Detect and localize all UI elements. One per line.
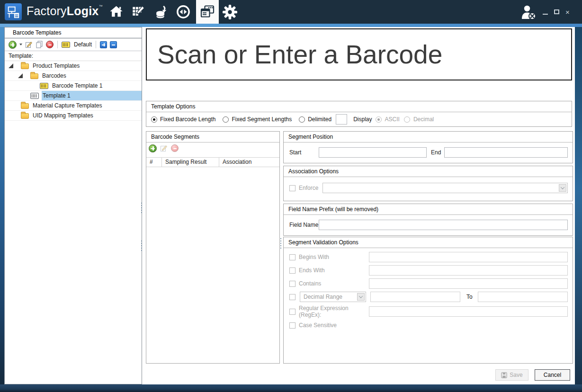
fixed-barcode-length-radio[interactable] [151, 116, 157, 123]
sidebar-splitter-grip[interactable] [141, 203, 142, 213]
window-border-right [575, 27, 582, 384]
window-controls: × [543, 0, 570, 24]
end-input[interactable] [444, 147, 568, 158]
ends-with-input [369, 265, 568, 276]
segment-validation-panel: Segment Validation Options Begins With E… [283, 237, 573, 364]
nav-materials-button[interactable] [150, 0, 172, 24]
tree-item-template-1[interactable]: Template 1 [5, 91, 142, 101]
tree-item-label: Barcodes [41, 71, 142, 80]
start-input[interactable] [319, 147, 427, 158]
combobox-value: Decimal Range [300, 292, 366, 302]
expander-icon[interactable] [16, 73, 30, 78]
sidebar-splitter-grip[interactable] [141, 241, 142, 251]
combobox-dropdown-button [559, 184, 566, 192]
column-header[interactable]: Association [219, 158, 279, 167]
tree-item-label: UID Mapping Templates [32, 111, 142, 120]
nav-npi-button[interactable] [127, 0, 150, 24]
close-button[interactable]: × [565, 9, 570, 16]
ends-with-label: Ends With [299, 267, 369, 274]
radio-label: Fixed Barcode Length [160, 116, 215, 123]
nav-home-button[interactable] [105, 0, 127, 24]
add-segment-button[interactable] [149, 144, 157, 152]
end-label: End [431, 149, 441, 156]
desk-workstation-icon [6, 5, 20, 19]
barcode-templates-sidebar: Barcode Templates Default Template: Prod… [4, 27, 142, 384]
begins-with-input [369, 252, 568, 262]
tree-item-material-capture-templates[interactable]: Material Capture Templates [5, 101, 142, 111]
panel-title: Field Name Prefix (will be removed) [284, 204, 573, 215]
start-label: Start [289, 149, 319, 156]
cancel-button[interactable]: Cancel [535, 369, 570, 381]
home-icon [109, 5, 124, 19]
delimiter-input[interactable] [336, 114, 347, 125]
edit-segment-button [160, 144, 168, 152]
brand-logix: Logix [67, 4, 99, 18]
tree-header: Template: [5, 51, 142, 61]
sidebar-toolbar: Default [5, 38, 142, 51]
remove-segment-button [171, 144, 179, 152]
segments-table-header: # Sampling Result Association [146, 157, 279, 167]
enforce-label: Enforce [299, 185, 318, 191]
npi-grid-pencil-icon [131, 5, 146, 19]
column-header[interactable]: Sampling Result [162, 158, 219, 167]
tree-item-product-templates[interactable]: Product Templates [5, 61, 142, 71]
expander-icon[interactable] [7, 63, 21, 68]
enforce-checkbox [289, 185, 295, 191]
barcode-icon [40, 83, 48, 89]
window-border-left [0, 27, 4, 384]
user-account-button[interactable] [521, 5, 538, 20]
templates-windows-icon [200, 5, 215, 19]
radio-label: Decimal [413, 116, 434, 123]
tree-item-barcode-template-1[interactable]: Barcode Template 1 [5, 81, 142, 91]
expand-all-button[interactable] [100, 41, 107, 48]
nav-templates-button[interactable] [196, 0, 219, 24]
user-logged-out-icon [521, 5, 538, 20]
display-ascii-radio [376, 116, 382, 123]
field-name-input[interactable] [319, 220, 568, 230]
ends-with-checkbox [289, 267, 295, 274]
radio-label: Fixed Segment Lengths [232, 116, 292, 123]
field-name-label: Field Name [289, 222, 319, 228]
nav-settings-button[interactable] [219, 0, 241, 24]
fixed-segment-lengths-radio[interactable] [223, 116, 229, 123]
delimited-radio[interactable] [299, 116, 305, 123]
begins-with-label: Begins With [299, 254, 369, 260]
add-dropdown-caret[interactable] [19, 44, 22, 45]
regex-label: Regular Expression (RegEx): [299, 305, 369, 318]
chevron-down-icon [561, 185, 564, 189]
case-sensitive-label: Case Sensitive [299, 322, 337, 329]
segments-splitter-grip[interactable] [280, 238, 281, 249]
add-button[interactable] [9, 41, 17, 49]
range-checkbox [289, 294, 295, 300]
nav-production-button[interactable] [172, 0, 194, 24]
panel-title: Template Options [146, 101, 572, 112]
radio-label: Delimited [308, 116, 331, 123]
tree-item-barcodes[interactable]: Barcodes [5, 71, 142, 81]
panel-title: Segment Position [284, 132, 573, 143]
tree-item-label: Barcode Template 1 [51, 81, 142, 90]
save-label: Save [510, 372, 522, 378]
column-header[interactable]: # [146, 158, 162, 167]
template-tree: Product Templates Barcodes Barcode Templ… [5, 61, 142, 121]
edit-button[interactable] [25, 41, 33, 48]
radio-label: ASCII [385, 116, 400, 123]
range-to-label: To [466, 294, 473, 300]
tree-item-label: Product Templates [32, 61, 142, 71]
barcode-scan-input[interactable]: Scan or Enter a Barcode [146, 28, 572, 80]
collapse-all-button[interactable] [110, 41, 117, 48]
save-button: Save [495, 369, 528, 381]
regex-input [369, 306, 568, 317]
trademark: ™ [98, 4, 102, 9]
toolbar-separator [96, 41, 96, 48]
copy-button[interactable] [36, 41, 43, 48]
sidebar-title: Barcode Templates [5, 27, 142, 38]
panel-title: Segment Validation Options [284, 237, 573, 248]
folder-icon [21, 103, 29, 109]
tree-item-uid-mapping-templates[interactable]: UID Mapping Templates [5, 111, 142, 121]
panel-title: Association Options [284, 166, 573, 177]
remove-button[interactable] [46, 41, 54, 48]
maximize-button[interactable] [554, 9, 559, 14]
window-border-bottom [0, 384, 582, 392]
minimize-button[interactable] [543, 14, 548, 15]
combobox-dropdown-button [357, 293, 365, 301]
